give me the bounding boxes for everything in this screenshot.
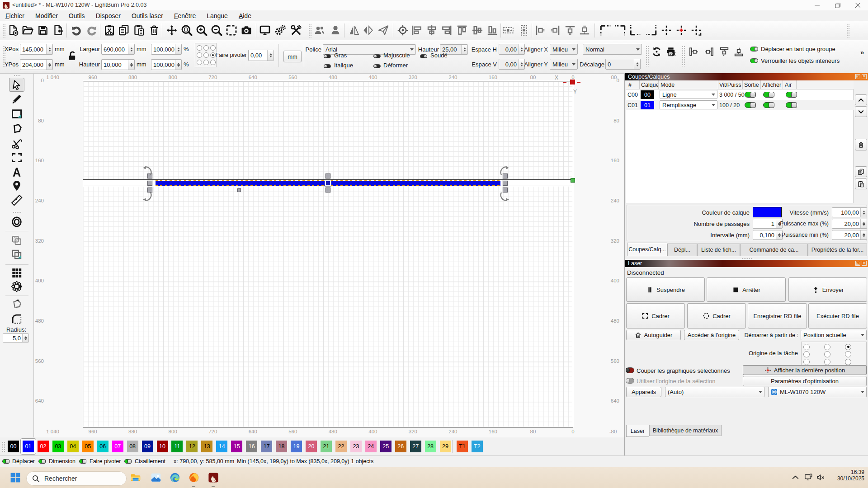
cuts-tab-active[interactable]: Coupes/Calq... (627, 243, 667, 256)
drag-handle[interactable] (308, 24, 311, 38)
run-rd-button[interactable]: Exécuter RD file (808, 303, 867, 328)
height-pct-input[interactable]: 100,000 (151, 59, 182, 70)
lock-inner-toggle[interactable] (750, 58, 758, 63)
cuts-float-icon[interactable]: ◱ (855, 74, 860, 79)
open-folder-icon[interactable] (22, 24, 33, 36)
anchor-bottom-left[interactable] (197, 60, 202, 65)
frame-rect-button[interactable]: Cadrer (626, 303, 685, 328)
print-cut-icon[interactable] (666, 47, 676, 57)
palette-swatch-15[interactable]: 15 (231, 441, 242, 452)
windows-logo-icon[interactable] (10, 472, 21, 483)
edge-browser-icon[interactable] (170, 472, 180, 483)
camera-icon[interactable] (241, 24, 252, 36)
width-pct-input[interactable]: 100,000 (151, 44, 182, 55)
trash-icon[interactable] (148, 24, 160, 36)
dock-top-icon[interactable] (719, 47, 730, 57)
spiral-tool-icon[interactable] (11, 216, 23, 228)
uppercase-toggle[interactable] (373, 54, 381, 58)
palette-swatch-29[interactable]: 29 (440, 441, 451, 452)
cut-shape-icon[interactable] (11, 298, 23, 310)
move-icon[interactable] (166, 24, 178, 36)
layer-output-toggle[interactable] (745, 102, 756, 108)
ypos-input[interactable]: 204,000 (20, 59, 53, 70)
layer-show-toggle[interactable] (763, 92, 774, 98)
weld-toggle[interactable] (420, 54, 427, 58)
palette-swatch-20[interactable]: 20 (306, 441, 317, 452)
rotate-handle[interactable] (500, 191, 510, 202)
menu-outils[interactable]: Outils (63, 10, 90, 21)
origin-bottom-right-icon[interactable] (646, 24, 657, 36)
drag-handle[interactable] (646, 46, 649, 66)
text-style-dropdown[interactable]: Normal (583, 44, 642, 55)
undo-icon[interactable] (71, 24, 82, 36)
font-size-input-spinner[interactable] (461, 45, 467, 54)
origin-current-icon[interactable] (675, 24, 687, 36)
auto-dropdown[interactable]: (Auto) (665, 387, 764, 397)
move-status-toggle[interactable] (2, 459, 9, 464)
align-bottom-icon[interactable] (486, 24, 498, 36)
palette-swatch-03[interactable]: 03 (52, 441, 64, 452)
laser-float-icon[interactable]: ◱ (855, 261, 860, 266)
palette-swatch-T1[interactable]: T1 (457, 441, 468, 452)
job-origin-middle-left[interactable] (803, 351, 810, 357)
speed-input[interactable]: 100,00 (832, 207, 867, 217)
start-from-dropdown[interactable]: Position actuelle (801, 330, 867, 340)
flip-horizontal-icon[interactable] (362, 24, 374, 36)
selection-skew-handle[interactable] (237, 188, 241, 192)
origin-bottom-left-icon[interactable] (629, 24, 641, 36)
drag-handle[interactable] (682, 46, 685, 66)
origin-target-icon[interactable] (397, 24, 409, 36)
maximize-button[interactable] (827, 0, 848, 10)
layer-move-down-button[interactable] (855, 106, 867, 117)
palette-swatch-17[interactable]: 17 (261, 441, 272, 452)
draw-pencil-icon[interactable] (11, 93, 23, 105)
trim-scissors-icon[interactable] (11, 138, 23, 150)
selection-center-handle[interactable] (325, 180, 331, 186)
anchor-top-left[interactable] (197, 45, 202, 51)
firefox-browser-icon[interactable] (189, 472, 199, 483)
palette-swatch-21[interactable]: 21 (321, 441, 332, 452)
pin-marker-icon[interactable] (11, 180, 23, 192)
layer-air-toggle[interactable] (786, 102, 797, 108)
rotate-handle[interactable] (142, 191, 152, 202)
cut-clipboard-icon[interactable] (104, 24, 115, 36)
distribute-v-icon[interactable] (518, 24, 530, 36)
layer-color-swatch[interactable]: 00 (641, 90, 654, 99)
job-origin-top-right[interactable] (845, 344, 851, 350)
ypos-input-spinner[interactable] (46, 60, 52, 70)
draw-rectangle-icon[interactable] (11, 108, 23, 120)
home-button[interactable]: Autoguider (626, 330, 681, 340)
menu-fichier[interactable]: Fichier (0, 10, 30, 21)
align-right-icon[interactable] (441, 24, 453, 36)
layer-mode-dropdown[interactable]: Remplissage (660, 100, 717, 109)
layer-show-toggle[interactable] (763, 102, 774, 108)
use-selection-origin-toggle[interactable] (626, 378, 634, 384)
aligny-dropdown[interactable]: Milieu (550, 59, 578, 70)
drag-handle[interactable] (14, 75, 21, 77)
align-left-icon[interactable] (411, 24, 423, 36)
import-file-icon[interactable] (52, 24, 64, 36)
selection-handle[interactable] (503, 181, 508, 186)
alignx-dropdown[interactable]: Milieu (550, 44, 578, 55)
menu-fen-tre[interactable]: Fenêtre (169, 10, 201, 21)
cuts-tab-2[interactable]: Liste de fich... (697, 244, 740, 256)
palette-swatch-27[interactable]: 27 (410, 441, 421, 452)
paste-icon[interactable] (133, 24, 145, 36)
job-origin-bottom-left[interactable] (803, 359, 810, 365)
lightburn-app-icon[interactable] (208, 472, 219, 483)
stop-button[interactable]: Arrêter (707, 277, 786, 302)
zoom-out-icon[interactable] (211, 24, 222, 36)
job-origin-bottom-right[interactable] (845, 359, 851, 365)
minimize-button[interactable] (807, 0, 827, 10)
distort-toggle[interactable] (373, 64, 381, 68)
palette-swatch-14[interactable]: 14 (216, 441, 227, 452)
circular-array-icon[interactable] (11, 281, 23, 292)
layer-move-up-button[interactable] (855, 94, 867, 105)
palette-swatch-28[interactable]: 28 (425, 441, 436, 452)
lock-open-icon[interactable] (67, 49, 78, 63)
job-origin-middle-center[interactable] (824, 351, 830, 357)
cuts-tab-4[interactable]: Propriétés de la for... (808, 244, 867, 256)
save-icon[interactable] (37, 24, 49, 36)
menu-disposer[interactable]: Disposer (90, 10, 126, 21)
drag-handle[interactable] (2, 24, 5, 38)
